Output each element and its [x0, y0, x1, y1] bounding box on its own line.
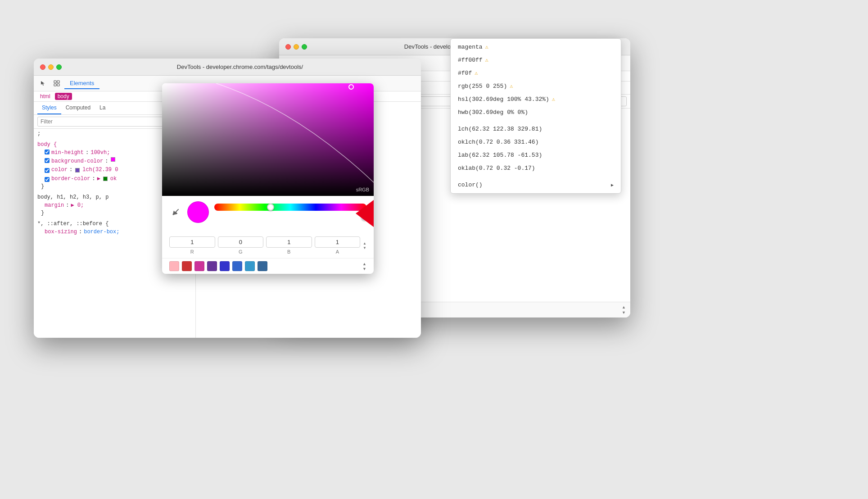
channel-a-label: A	[336, 249, 339, 254]
swatches-up-icon: ▲	[362, 262, 366, 266]
color-swatch-front[interactable]	[75, 168, 80, 172]
prop-checkbox-minheight-front[interactable]	[45, 150, 50, 154]
channel-a-input[interactable]	[315, 236, 361, 248]
maximize-button-front[interactable]	[56, 64, 62, 70]
maximize-button-back[interactable]	[302, 44, 307, 50]
traffic-lights-back	[285, 44, 307, 50]
channel-b-label: B	[287, 249, 290, 254]
swatch-pink[interactable]	[169, 261, 179, 271]
warn-icon-magenta: ⚠	[485, 44, 488, 50]
dropdown-item-color[interactable]: color() ▶	[451, 178, 621, 191]
minimize-button-back[interactable]	[294, 44, 299, 50]
warn-icon-ff00ff: ⚠	[485, 57, 488, 64]
breadcrumb-html-front[interactable]: html	[37, 93, 53, 100]
swatches-spinner[interactable]: ▲ ▼	[362, 262, 366, 271]
swatch-red[interactable]	[182, 261, 192, 271]
channel-g-group: G	[218, 236, 264, 254]
channel-r-label: R	[190, 249, 194, 254]
swatches-down-icon: ▼	[362, 267, 366, 271]
color-format-dropdown: magenta ⚠ #ff00ff ⚠ #f0f ⚠ rgb(255 0 255…	[450, 38, 621, 194]
dropdown-label-magenta: magenta	[458, 44, 483, 50]
color-inputs-row: R G B A ▲ ▼	[162, 233, 374, 258]
channel-r-group: R	[169, 236, 215, 254]
swatch-blue2[interactable]	[232, 261, 242, 271]
dropdown-item-hsl[interactable]: hsl(302.69deg 100% 43.32%) ⚠	[451, 93, 621, 106]
swatch-blue1[interactable]	[220, 261, 230, 271]
dropdown-label-hwb: hwb(302.69deg 0% 0%)	[458, 109, 528, 116]
dropdown-item-oklab[interactable]: oklab(0.72 0.32 -0.17)	[451, 162, 621, 175]
prop-checkbox-color-front[interactable]	[45, 168, 50, 173]
dropdown-label-ff00ff: #ff00ff	[458, 57, 483, 64]
prop-checkbox-bordercolor-front[interactable]	[45, 177, 50, 182]
gamut-label: sRGB	[356, 187, 369, 192]
close-button-front[interactable]	[40, 64, 45, 70]
devtools-main-tabs-front: Elements	[64, 78, 99, 89]
svg-rect-5	[57, 81, 59, 83]
channel-b-group: B	[266, 236, 312, 254]
dropdown-label-lab: lab(62.32 105.78 -61.53)	[458, 152, 542, 159]
inspect-icon-front[interactable]	[51, 77, 63, 89]
close-button-back[interactable]	[285, 44, 291, 50]
color-swatches-row: ▲ ▼	[162, 258, 374, 274]
channel-spinner[interactable]: ▲ ▼	[363, 241, 366, 250]
dropdown-item-f0f[interactable]: #f0f ⚠	[451, 67, 621, 80]
dropdown-divider-2	[451, 175, 621, 178]
swatch-magenta[interactable]	[194, 261, 204, 271]
dropdown-label-oklab: oklab(0.72 0.32 -0.17)	[458, 165, 535, 172]
alpha-slider[interactable]	[214, 213, 366, 221]
channel-b-input[interactable]	[266, 236, 312, 248]
red-arrow-svg	[356, 198, 374, 229]
bordercolor-swatch-front[interactable]	[103, 177, 108, 181]
channel-g-input[interactable]	[218, 236, 264, 248]
elements-tab-front[interactable]: Elements	[64, 78, 99, 89]
dropdown-item-lch[interactable]: lch(62.32 122.38 329.81)	[451, 122, 621, 136]
dropdown-label-color: color()	[458, 181, 483, 188]
styles-tab-front[interactable]: Styles	[37, 102, 61, 114]
titlebar-front: DevTools - developer.chrome.com/tags/dev…	[34, 59, 421, 76]
channel-g-label: G	[239, 249, 243, 254]
swatches-spinner-back[interactable]: ▲ ▼	[622, 305, 626, 315]
prop-checkbox-bgcolor-front[interactable]	[45, 158, 50, 163]
spectrum-cursor	[348, 84, 354, 90]
dropdown-label-f0f: #f0f	[458, 70, 472, 77]
svg-rect-7	[57, 84, 59, 86]
svg-marker-9	[356, 200, 374, 227]
red-arrow-container	[356, 198, 374, 231]
computed-tab-front[interactable]: Computed	[61, 102, 95, 114]
breadcrumb-body-front[interactable]: body	[55, 93, 72, 100]
bgcolor-swatch-front[interactable]	[111, 157, 115, 162]
warn-icon-rgb: ⚠	[510, 83, 513, 90]
color-spectrum[interactable]: sRGB	[162, 83, 374, 196]
color-picker-popup: sRGB R	[162, 83, 374, 274]
channel-a-group: A	[315, 236, 361, 254]
channel-r-input[interactable]	[169, 236, 215, 248]
sliders-area	[214, 204, 366, 221]
color-arrow-icon: ▶	[611, 182, 614, 188]
swatch-blue4[interactable]	[258, 261, 267, 271]
dropdown-label-hsl: hsl(302.69deg 100% 43.32%)	[458, 96, 549, 103]
eyedropper-button[interactable]	[169, 206, 182, 218]
la-tab-front[interactable]: La	[95, 102, 110, 114]
dropdown-item-ff00ff[interactable]: #ff00ff ⚠	[451, 54, 621, 67]
dropdown-item-lab[interactable]: lab(62.32 105.78 -61.53)	[451, 149, 621, 162]
minimize-button-front[interactable]	[48, 64, 54, 70]
dropdown-item-rgb[interactable]: rgb(255 0 255) ⚠	[451, 80, 621, 93]
traffic-lights-front	[40, 64, 62, 70]
swatch-purple[interactable]	[207, 261, 217, 271]
color-preview-row	[169, 201, 366, 223]
dropdown-item-hwb[interactable]: hwb(302.69deg 0% 0%)	[451, 106, 621, 119]
warn-icon-hsl: ⚠	[552, 96, 555, 103]
svg-rect-6	[54, 84, 56, 86]
svg-rect-4	[54, 81, 56, 83]
dropdown-item-magenta[interactable]: magenta ⚠	[451, 41, 621, 54]
dropdown-divider-1	[451, 119, 621, 122]
spinner-down-icon: ▼	[363, 246, 366, 250]
hue-slider[interactable]	[214, 204, 366, 211]
color-preview-circle	[187, 201, 209, 223]
swatch-blue3[interactable]	[245, 261, 255, 271]
cursor-icon-front[interactable]	[37, 77, 49, 89]
hue-thumb	[267, 204, 274, 211]
color-controls	[162, 196, 374, 233]
dropdown-item-oklch[interactable]: oklch(0.72 0.36 331.46)	[451, 136, 621, 149]
dropdown-label-lch: lch(62.32 122.38 329.81)	[458, 126, 542, 132]
